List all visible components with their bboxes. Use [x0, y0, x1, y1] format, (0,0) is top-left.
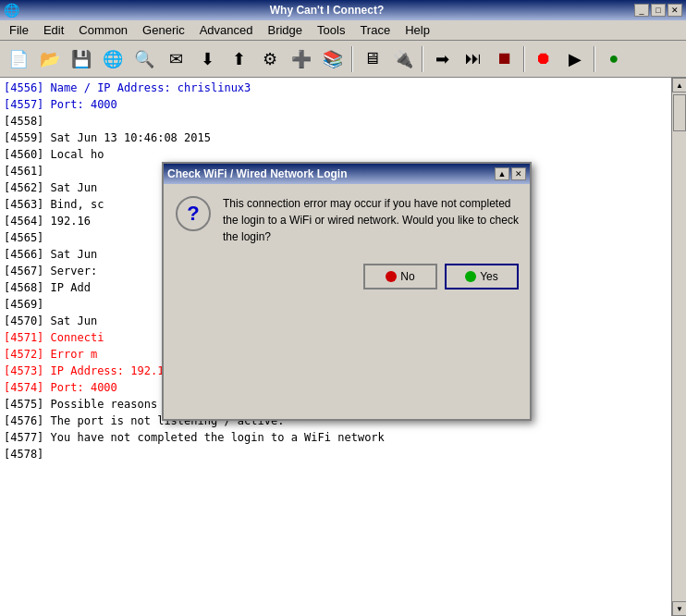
- dialog-question-icon: ?: [175, 195, 212, 232]
- dialog-titlebar: Check WiFi / Wired Network Login ▲ ✕: [164, 164, 530, 184]
- svg-text:?: ?: [187, 202, 199, 225]
- dialog-buttons: No Yes: [164, 256, 530, 301]
- dialog-message: This connection error may occur if you h…: [223, 195, 519, 245]
- no-button-dot: [386, 271, 397, 282]
- no-button-label: No: [400, 270, 414, 283]
- dialog-close-button[interactable]: ✕: [511, 167, 526, 180]
- yes-button-dot: [465, 271, 476, 282]
- dialog-restore-button[interactable]: ▲: [495, 167, 509, 180]
- dialog-no-button[interactable]: No: [363, 264, 437, 290]
- modal-overlay: Check WiFi / Wired Network Login ▲ ✕ ? T…: [0, 0, 686, 616]
- yes-button-label: Yes: [480, 270, 498, 283]
- dialog: Check WiFi / Wired Network Login ▲ ✕ ? T…: [162, 162, 532, 421]
- dialog-yes-button[interactable]: Yes: [445, 264, 519, 290]
- dialog-body: ? This connection error may occur if you…: [164, 184, 530, 256]
- dialog-title: Check WiFi / Wired Network Login: [167, 167, 347, 180]
- dialog-controls: ▲ ✕: [495, 167, 526, 180]
